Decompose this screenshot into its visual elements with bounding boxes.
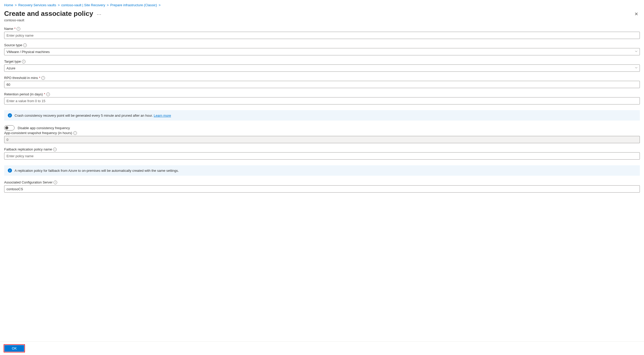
failback-info-message: i A replication policy for failback from…	[4, 165, 640, 176]
info-filled-icon: i	[8, 168, 12, 173]
info-icon[interactable]: i	[53, 148, 57, 151]
info-icon[interactable]: i	[54, 181, 57, 184]
page-subtitle: contoso-vault	[4, 18, 101, 22]
assoc-server-label: Associated Configuration Server	[4, 180, 52, 184]
app-snapshot-input	[4, 136, 640, 143]
close-icon: ✕	[634, 11, 638, 17]
info-icon[interactable]: i	[17, 27, 20, 31]
learn-more-link[interactable]: Learn more	[154, 114, 171, 117]
rpo-label: RPO threshold in mins	[4, 76, 38, 80]
info-icon[interactable]: i	[23, 43, 27, 47]
required-indicator: *	[39, 76, 40, 80]
info-icon[interactable]: i	[22, 60, 25, 63]
failback-info-text: A replication policy for failback from A…	[15, 169, 179, 173]
breadcrumb-recovery-vaults[interactable]: Recovery Services vaults	[18, 3, 56, 7]
retention-label: Retention period (in days)	[4, 92, 43, 96]
close-button[interactable]: ✕	[633, 10, 640, 18]
required-indicator: *	[44, 92, 45, 96]
required-indicator: *	[14, 27, 16, 31]
chevron-right-icon: >	[13, 3, 18, 7]
chevron-right-icon: >	[56, 3, 61, 7]
name-label: Name	[4, 27, 13, 31]
chevron-right-icon: >	[157, 3, 162, 7]
breadcrumb-vault-site-recovery[interactable]: contoso-vault | Site Recovery	[61, 3, 105, 7]
disable-app-consistency-label: Disable app consistency frequency	[18, 126, 70, 130]
failback-policy-input[interactable]	[4, 152, 640, 160]
breadcrumb: Home > Recovery Services vaults > contos…	[4, 3, 640, 9]
disable-app-consistency-toggle[interactable]	[4, 125, 15, 130]
more-icon[interactable]: ⋯	[97, 12, 101, 17]
breadcrumb-prepare-infra[interactable]: Prepare infrastructure (Classic)	[110, 3, 157, 7]
target-type-label: Target type	[4, 60, 21, 63]
retention-input[interactable]	[4, 97, 640, 104]
info-icon[interactable]: i	[46, 93, 50, 96]
failback-policy-label: Failback replication policy name	[4, 147, 52, 151]
name-input[interactable]	[4, 32, 640, 39]
app-snapshot-label: App-consistent snapshot frequency (in ho…	[4, 131, 72, 135]
source-type-select[interactable]	[4, 48, 640, 55]
crash-consistency-text: Crash consistency recovery point will be…	[15, 114, 154, 117]
toggle-knob	[5, 126, 8, 129]
chevron-right-icon: >	[105, 3, 110, 7]
crash-consistency-message: i Crash consistency recovery point will …	[4, 110, 640, 121]
source-type-label: Source type	[4, 43, 22, 47]
info-icon[interactable]: i	[73, 131, 77, 135]
rpo-input[interactable]	[4, 81, 640, 88]
info-icon[interactable]: i	[41, 76, 45, 80]
breadcrumb-home[interactable]: Home	[4, 3, 13, 7]
assoc-server-input[interactable]	[4, 185, 640, 193]
info-filled-icon: i	[8, 113, 12, 117]
target-type-select[interactable]	[4, 64, 640, 72]
page-title: Create and associate policy	[4, 10, 93, 18]
